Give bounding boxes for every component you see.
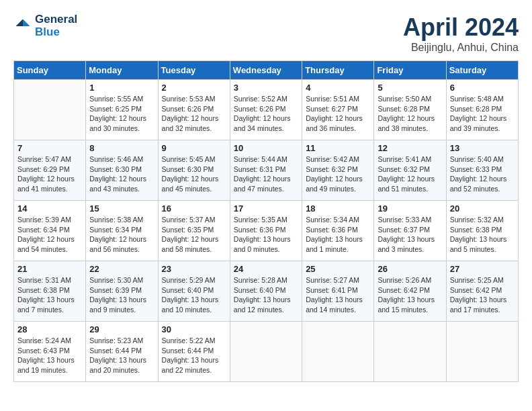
calendar-cell: 17Sunrise: 5:35 AMSunset: 6:36 PMDayligh… (230, 201, 302, 261)
day-number: 23 (162, 264, 226, 274)
calendar-cell: 6Sunrise: 5:48 AMSunset: 6:28 PMDaylight… (446, 80, 518, 140)
calendar-cell: 4Sunrise: 5:51 AMSunset: 6:27 PMDaylight… (302, 80, 374, 140)
day-info: Sunrise: 5:53 AMSunset: 6:26 PMDaylight:… (162, 94, 226, 134)
day-info: Sunrise: 5:38 AMSunset: 6:34 PMDaylight:… (89, 215, 154, 255)
day-number: 12 (378, 143, 442, 153)
calendar-cell: 1Sunrise: 5:55 AMSunset: 6:25 PMDaylight… (86, 80, 158, 140)
day-number: 5 (378, 83, 442, 93)
svg-marker-1 (16, 19, 24, 26)
day-info: Sunrise: 5:39 AMSunset: 6:34 PMDaylight:… (17, 215, 82, 255)
calendar-cell: 20Sunrise: 5:32 AMSunset: 6:38 PMDayligh… (446, 201, 518, 261)
calendar-cell (446, 322, 518, 382)
calendar-cell: 8Sunrise: 5:46 AMSunset: 6:30 PMDaylight… (86, 140, 158, 201)
calendar-cell: 22Sunrise: 5:30 AMSunset: 6:39 PMDayligh… (86, 261, 158, 322)
calendar-cell: 29Sunrise: 5:23 AMSunset: 6:44 PMDayligh… (86, 322, 158, 382)
day-info: Sunrise: 5:35 AMSunset: 6:36 PMDaylight:… (234, 215, 298, 255)
day-number: 11 (306, 143, 370, 153)
day-number: 24 (234, 264, 298, 274)
day-info: Sunrise: 5:32 AMSunset: 6:38 PMDaylight:… (450, 215, 515, 255)
day-info: Sunrise: 5:51 AMSunset: 6:27 PMDaylight:… (306, 94, 370, 134)
day-info: Sunrise: 5:28 AMSunset: 6:40 PMDaylight:… (234, 275, 298, 315)
day-info: Sunrise: 5:33 AMSunset: 6:37 PMDaylight:… (378, 215, 442, 255)
calendar-cell (374, 322, 446, 382)
calendar-week-row: 1Sunrise: 5:55 AMSunset: 6:25 PMDaylight… (14, 80, 519, 140)
title-area: April 2024 Beijinglu, Anhui, China (403, 13, 519, 54)
calendar-cell: 30Sunrise: 5:22 AMSunset: 6:44 PMDayligh… (158, 322, 230, 382)
logo-icon (13, 17, 32, 36)
calendar-cell: 24Sunrise: 5:28 AMSunset: 6:40 PMDayligh… (230, 261, 302, 322)
calendar-week-row: 7Sunrise: 5:47 AMSunset: 6:29 PMDaylight… (14, 140, 519, 201)
day-info: Sunrise: 5:25 AMSunset: 6:42 PMDaylight:… (450, 275, 515, 315)
day-number: 3 (234, 83, 298, 93)
day-number: 21 (17, 264, 82, 274)
day-number: 13 (450, 143, 515, 153)
calendar-cell: 7Sunrise: 5:47 AMSunset: 6:29 PMDaylight… (14, 140, 86, 201)
calendar-cell: 14Sunrise: 5:39 AMSunset: 6:34 PMDayligh… (14, 201, 86, 261)
weekday-header: Monday (86, 61, 158, 80)
day-info: Sunrise: 5:44 AMSunset: 6:31 PMDaylight:… (234, 154, 298, 194)
day-info: Sunrise: 5:23 AMSunset: 6:44 PMDaylight:… (89, 336, 154, 375)
day-info: Sunrise: 5:46 AMSunset: 6:30 PMDaylight:… (89, 154, 154, 194)
calendar-cell: 23Sunrise: 5:29 AMSunset: 6:40 PMDayligh… (158, 261, 230, 322)
day-number: 2 (162, 83, 226, 93)
calendar-cell (230, 322, 302, 382)
day-info: Sunrise: 5:45 AMSunset: 6:30 PMDaylight:… (162, 154, 226, 194)
calendar-cell: 27Sunrise: 5:25 AMSunset: 6:42 PMDayligh… (446, 261, 518, 322)
day-number: 19 (378, 203, 442, 214)
day-info: Sunrise: 5:41 AMSunset: 6:32 PMDaylight:… (378, 154, 442, 194)
day-number: 7 (17, 143, 82, 153)
day-info: Sunrise: 5:26 AMSunset: 6:42 PMDaylight:… (378, 275, 442, 315)
day-number: 22 (89, 264, 154, 274)
svg-marker-0 (23, 19, 30, 26)
day-info: Sunrise: 5:42 AMSunset: 6:32 PMDaylight:… (306, 154, 370, 194)
day-info: Sunrise: 5:52 AMSunset: 6:26 PMDaylight:… (234, 94, 298, 134)
day-number: 20 (450, 203, 515, 214)
calendar-cell: 12Sunrise: 5:41 AMSunset: 6:32 PMDayligh… (374, 140, 446, 201)
logo: General Blue (13, 13, 77, 38)
weekday-header-row: SundayMondayTuesdayWednesdayThursdayFrid… (14, 61, 519, 80)
day-info: Sunrise: 5:34 AMSunset: 6:36 PMDaylight:… (306, 215, 370, 255)
day-info: Sunrise: 5:29 AMSunset: 6:40 PMDaylight:… (162, 275, 226, 315)
day-info: Sunrise: 5:48 AMSunset: 6:28 PMDaylight:… (450, 94, 515, 134)
calendar-cell: 19Sunrise: 5:33 AMSunset: 6:37 PMDayligh… (374, 201, 446, 261)
weekday-header: Thursday (302, 61, 374, 80)
calendar-week-row: 14Sunrise: 5:39 AMSunset: 6:34 PMDayligh… (14, 201, 519, 261)
calendar-cell (14, 80, 86, 140)
day-number: 6 (450, 83, 515, 93)
calendar-cell: 5Sunrise: 5:50 AMSunset: 6:28 PMDaylight… (374, 80, 446, 140)
day-number: 27 (450, 264, 515, 274)
calendar-cell: 3Sunrise: 5:52 AMSunset: 6:26 PMDaylight… (230, 80, 302, 140)
weekday-header: Saturday (446, 61, 518, 80)
day-number: 28 (17, 324, 82, 334)
weekday-header: Wednesday (230, 61, 302, 80)
weekday-header: Friday (374, 61, 446, 80)
weekday-header: Tuesday (158, 61, 230, 80)
weekday-header: Sunday (14, 61, 86, 80)
month-title: April 2024 (403, 13, 519, 42)
calendar-table: SundayMondayTuesdayWednesdayThursdayFrid… (13, 60, 519, 382)
calendar-cell: 11Sunrise: 5:42 AMSunset: 6:32 PMDayligh… (302, 140, 374, 201)
day-number: 8 (89, 143, 154, 153)
day-info: Sunrise: 5:55 AMSunset: 6:25 PMDaylight:… (89, 94, 154, 134)
day-number: 10 (234, 143, 298, 153)
day-number: 29 (89, 324, 154, 334)
day-number: 1 (89, 83, 154, 93)
calendar-cell: 15Sunrise: 5:38 AMSunset: 6:34 PMDayligh… (86, 201, 158, 261)
calendar-cell: 16Sunrise: 5:37 AMSunset: 6:35 PMDayligh… (158, 201, 230, 261)
calendar-cell: 10Sunrise: 5:44 AMSunset: 6:31 PMDayligh… (230, 140, 302, 201)
day-number: 15 (89, 203, 154, 214)
day-info: Sunrise: 5:27 AMSunset: 6:41 PMDaylight:… (306, 275, 370, 315)
calendar-cell: 21Sunrise: 5:31 AMSunset: 6:38 PMDayligh… (14, 261, 86, 322)
day-info: Sunrise: 5:31 AMSunset: 6:38 PMDaylight:… (17, 275, 82, 315)
calendar-cell: 9Sunrise: 5:45 AMSunset: 6:30 PMDaylight… (158, 140, 230, 201)
page-header: General Blue April 2024 Beijinglu, Anhui… (13, 13, 519, 54)
calendar-cell: 28Sunrise: 5:24 AMSunset: 6:43 PMDayligh… (14, 322, 86, 382)
location-title: Beijinglu, Anhui, China (403, 42, 519, 54)
calendar-cell: 2Sunrise: 5:53 AMSunset: 6:26 PMDaylight… (158, 80, 230, 140)
day-number: 30 (162, 324, 226, 334)
day-info: Sunrise: 5:22 AMSunset: 6:44 PMDaylight:… (162, 336, 226, 375)
day-info: Sunrise: 5:30 AMSunset: 6:39 PMDaylight:… (89, 275, 154, 315)
day-number: 14 (17, 203, 82, 214)
day-info: Sunrise: 5:24 AMSunset: 6:43 PMDaylight:… (17, 336, 82, 375)
calendar-week-row: 21Sunrise: 5:31 AMSunset: 6:38 PMDayligh… (14, 261, 519, 322)
